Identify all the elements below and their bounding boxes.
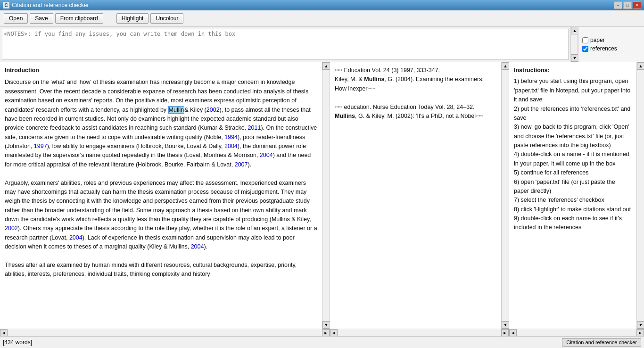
left-panel-inner: Introduction Discourse on the 'what' and… bbox=[0, 62, 330, 329]
left-hscroll-left[interactable]: ◄ bbox=[0, 329, 8, 337]
ref-1-end-circles: °°°°° bbox=[367, 87, 375, 91]
instruction-step-6: 6) open 'paper.txt' file (or just paste … bbox=[514, 178, 632, 196]
open-button[interactable]: Open bbox=[4, 13, 28, 24]
uncolour-button[interactable]: Uncolour bbox=[150, 13, 183, 24]
highlight-button[interactable]: Highlight bbox=[116, 13, 149, 24]
intro-heading: Introduction bbox=[5, 66, 317, 75]
references-label: references bbox=[590, 45, 617, 52]
toolbar: Open Save From clipboard Highlight Uncol… bbox=[0, 10, 644, 27]
middle-hscroll-left[interactable]: ◄ bbox=[330, 329, 338, 337]
middle-panel-scrollbar[interactable]: ▲ ▼ bbox=[501, 62, 509, 329]
ref-1-bold-name: Mullins bbox=[364, 76, 384, 83]
title-bar-text: Citation and reference checker bbox=[12, 2, 89, 8]
bottom-section: Introduction Discourse on the 'what' and… bbox=[0, 62, 644, 336]
middle-scroll-up[interactable]: ▲ bbox=[502, 62, 509, 70]
ref-2-end-circles: °°°°° bbox=[476, 115, 483, 119]
from-clipboard-button[interactable]: From clipboard bbox=[55, 13, 103, 24]
instruction-step-7: 7) select the 'references' checkbox bbox=[514, 196, 632, 205]
maximize-button[interactable]: □ bbox=[623, 1, 632, 9]
app-name-status: Citation and reference checker bbox=[562, 338, 641, 347]
right-hscroll-track[interactable] bbox=[517, 329, 636, 336]
right-scroll-down[interactable]: ▼ bbox=[637, 321, 644, 329]
middle-hscroll-track[interactable] bbox=[338, 329, 501, 336]
middle-scroll-down[interactable]: ▼ bbox=[502, 321, 509, 329]
mullins-2004-link[interactable]: 2004 bbox=[191, 243, 204, 250]
word-count: [434 words] bbox=[3, 339, 32, 346]
window-controls: − □ ✕ bbox=[614, 1, 641, 9]
paper-label: paper bbox=[590, 37, 605, 43]
middle-panel-wrapper: °°°°° Education Vol. 24 (3) 1997, 333-34… bbox=[330, 62, 509, 336]
left-hscroll-right[interactable]: ► bbox=[322, 329, 330, 337]
left-hscroll-track[interactable] bbox=[8, 329, 322, 336]
right-scroll-up[interactable]: ▲ bbox=[637, 62, 644, 70]
left-panel-wrapper: Introduction Discourse on the 'what' and… bbox=[0, 62, 330, 336]
main-text-content[interactable]: Introduction Discourse on the 'what' and… bbox=[0, 62, 322, 329]
references-content[interactable]: °°°°° Education Vol. 24 (3) 1997, 333-34… bbox=[330, 62, 501, 329]
instruction-step-3: 3) now, go back to this program, click '… bbox=[514, 123, 632, 150]
left-panel-hscroll[interactable]: ◄ ► bbox=[0, 329, 330, 336]
notes-area bbox=[0, 27, 570, 62]
app-icon: C bbox=[3, 2, 9, 8]
top-section: ▲ ▼ paper references bbox=[0, 27, 644, 62]
paper-checkbox[interactable] bbox=[582, 37, 588, 43]
notes-scroll-up[interactable]: ▲ bbox=[571, 27, 578, 34]
left-scroll-down[interactable]: ▼ bbox=[322, 321, 330, 329]
right-panel-wrapper: Instructions: 1) before you start using … bbox=[509, 62, 644, 336]
instruction-step-9: 9) double-click on each name to see if i… bbox=[514, 214, 632, 232]
right-panel-scrollbar[interactable]: ▲ ▼ bbox=[636, 62, 644, 329]
right-hscroll-left[interactable]: ◄ bbox=[509, 329, 517, 337]
noble-1994-link[interactable]: 1994 bbox=[224, 134, 238, 141]
instruction-step-8: 8) click 'Highlight' to make citations s… bbox=[514, 205, 632, 214]
minimize-button[interactable]: − bbox=[614, 1, 622, 9]
instructions-title: Instructions: bbox=[514, 66, 632, 75]
stracke-2011-link[interactable]: 2011 bbox=[248, 124, 261, 131]
ref-entry-2: °°°°° education. Nurse Education Today V… bbox=[335, 103, 496, 121]
status-bar: [434 words] Citation and reference check… bbox=[0, 336, 644, 348]
dally-2004-link[interactable]: 2004 bbox=[224, 143, 238, 149]
ref-2-circles: °°°°° bbox=[335, 106, 342, 110]
checkboxes-panel: paper references bbox=[578, 27, 644, 62]
left-panel-scrollbar[interactable]: ▲ ▼ bbox=[322, 62, 330, 329]
morrison-2004-link[interactable]: 2004 bbox=[260, 152, 273, 158]
lovat-2004-link[interactable]: 2004 bbox=[69, 234, 83, 241]
notes-scroll-down[interactable]: ▼ bbox=[571, 54, 578, 62]
save-button[interactable]: Save bbox=[30, 13, 53, 24]
kiley-2002b-link[interactable]: 2002 bbox=[5, 225, 18, 232]
close-button[interactable]: ✕ bbox=[633, 1, 641, 9]
johnston-1997-link[interactable]: 1997 bbox=[34, 143, 47, 149]
instructions-content: Instructions: 1) before you start using … bbox=[509, 62, 636, 329]
kiley-2002-link[interactable]: 2002 bbox=[206, 107, 220, 113]
ref-2-bold-name: Mullins bbox=[335, 113, 355, 119]
main-paragraph-3: Theses after all are examined by human m… bbox=[5, 261, 317, 279]
ref-1-circles: °°°°° bbox=[335, 69, 342, 73]
mullin-highlight[interactable]: Mullin bbox=[168, 106, 185, 114]
right-hscroll-right[interactable]: ► bbox=[636, 329, 644, 337]
references-checkbox-label[interactable]: references bbox=[582, 45, 640, 52]
instruction-step-5: 5) continue for all references bbox=[514, 168, 632, 177]
right-panel-inner: Instructions: 1) before you start using … bbox=[509, 62, 644, 329]
middle-hscroll-right[interactable]: ► bbox=[501, 329, 509, 337]
lovat-2007-link[interactable]: 2007 bbox=[235, 161, 248, 168]
main-paragraph-2: Arguably, examiners' abilities, roles an… bbox=[5, 179, 317, 252]
instruction-step-1: 1) before you start using this program, … bbox=[514, 77, 632, 104]
middle-panel-hscroll[interactable]: ◄ ► bbox=[330, 329, 509, 336]
main-content: ▲ ▼ paper references Introduction Discou bbox=[0, 27, 644, 336]
paper-checkbox-label[interactable]: paper bbox=[582, 37, 640, 43]
left-scroll-up[interactable]: ▲ bbox=[322, 62, 330, 70]
instruction-step-2: 2) put the references into 'references.t… bbox=[514, 105, 632, 123]
notes-textarea[interactable] bbox=[2, 29, 569, 60]
middle-panel-inner: °°°°° Education Vol. 24 (3) 1997, 333-34… bbox=[330, 62, 509, 329]
title-bar: C Citation and reference checker − □ ✕ bbox=[0, 0, 644, 10]
main-paragraph-1: Discourse on the 'what' and 'how' of the… bbox=[5, 78, 317, 169]
right-panel-hscroll[interactable]: ◄ ► bbox=[509, 329, 644, 336]
references-checkbox[interactable] bbox=[582, 46, 588, 52]
instruction-step-4: 4) double-click on a name - if it is men… bbox=[514, 150, 632, 168]
ref-entry-1: °°°°° Education Vol. 24 (3) 1997, 333-34… bbox=[335, 66, 496, 93]
